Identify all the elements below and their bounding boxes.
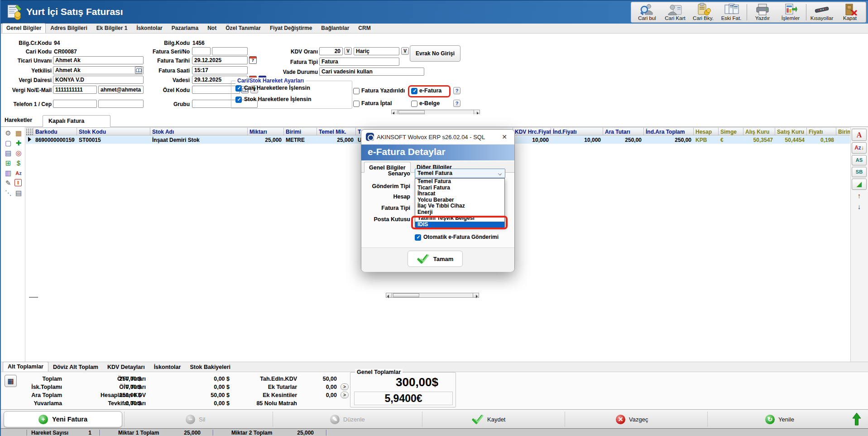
kdv-mode-select[interactable]: Hariç xyxy=(354,47,399,55)
scroll-right-icon[interactable] xyxy=(473,293,479,297)
column-header-stok-adi[interactable]: Stok Adı xyxy=(150,128,248,135)
tab-ek-bilgiler-1[interactable]: Ek Bilgiler 1 xyxy=(92,23,132,33)
toolbar-button-cari-kart[interactable]: Cari Kart xyxy=(661,3,689,22)
telefon-input[interactable] xyxy=(53,100,97,108)
fatura-no-input[interactable] xyxy=(212,47,248,55)
sort-az-icon[interactable]: Az xyxy=(14,169,23,177)
tab-iskontolar-alt[interactable]: İskontolar xyxy=(149,363,186,372)
stok-hareket-checkbox[interactable] xyxy=(235,97,242,103)
toolbar-button-cari-bky[interactable]: Cari Bky. xyxy=(689,3,717,22)
option-ticari-fatura[interactable]: Ticari Fatura xyxy=(415,185,504,191)
tab-iskontolar[interactable]: İskontolar xyxy=(132,23,167,33)
scroll-left-icon[interactable] xyxy=(386,293,392,297)
tab-not[interactable]: Not xyxy=(203,23,221,33)
move-down-button[interactable]: ↓ xyxy=(852,202,867,213)
vergi-dairesi-input[interactable]: KONYA V.D xyxy=(53,76,144,84)
cell-kdv-hrc-fiyat[interactable]: 10,000 xyxy=(513,136,551,144)
e-belge-help-button[interactable]: ? xyxy=(453,100,460,107)
vazgec-button[interactable]: ✕ Vazgeç xyxy=(616,413,648,425)
vade-durumu-select[interactable]: Cari vadesini kullan xyxy=(319,68,424,76)
column-header-barkodu[interactable]: Barkodu xyxy=(34,128,77,135)
fatura-tipi-select[interactable]: Fatura xyxy=(319,58,399,66)
scroll-right-icon[interactable] xyxy=(474,110,480,114)
tab-genel-bilgiler[interactable]: Genel Bilgiler xyxy=(2,23,46,33)
evrak-no-girisi-button[interactable]: Evrak No Girişi xyxy=(410,45,460,62)
pause-icon[interactable]: ‖ xyxy=(14,179,22,186)
fatura-yazdirildi-checkbox[interactable] xyxy=(353,88,360,94)
ek-tutarlar-more-button[interactable]: > xyxy=(340,383,349,390)
otomatik-gonderim-checkbox[interactable] xyxy=(415,234,421,241)
option-yatirim-tesvik[interactable]: Yatırım Teşvik Belgesi xyxy=(415,215,504,222)
e-belge-checkbox[interactable] xyxy=(411,101,417,107)
cell-ind-fiyati[interactable]: 10,000 xyxy=(551,136,603,144)
scrollbar-track[interactable] xyxy=(392,293,473,297)
cell-barkodu[interactable]: 8690000000159 xyxy=(34,136,77,144)
sb-button[interactable]: SB xyxy=(852,167,867,177)
cell-birim[interactable] xyxy=(836,136,850,144)
kdv-v-button[interactable]: V xyxy=(344,47,352,55)
column-header-birim[interactable]: Birim xyxy=(836,128,850,135)
toolbar-button-islemler[interactable]: İşlemler xyxy=(777,3,805,22)
tab-baglantilar[interactable]: Bağlantılar xyxy=(317,23,354,33)
dollar-icon[interactable]: $ xyxy=(14,159,23,167)
option-yolcu-beraber[interactable]: Yolcu Beraber xyxy=(415,197,504,203)
senaryo-select[interactable]: Temel Fatura xyxy=(415,169,505,178)
column-header-alis-kuru[interactable]: Alış Kuru xyxy=(743,128,775,135)
tab-ozel-tanimlar[interactable]: Özel Tanımlar xyxy=(221,23,265,33)
close-icon[interactable]: ✕ xyxy=(498,132,511,142)
option-ilac-tibbi-cihaz[interactable]: İlaç Ve Tıbbi Cihaz xyxy=(415,203,504,209)
tab-kdv-detaylari[interactable]: KDV Detayları xyxy=(103,363,149,372)
cell-stok-adi[interactable]: İnşaat Demiri Stok xyxy=(150,136,248,144)
add-document-icon[interactable]: ⊞ xyxy=(4,159,12,167)
column-header-stok-kodu[interactable]: Stok Kodu xyxy=(77,128,150,135)
option-enerji[interactable]: Enerji xyxy=(415,209,504,216)
as-button[interactable]: AS xyxy=(852,155,867,165)
e-fatura-help-button[interactable]: ? xyxy=(453,87,460,94)
ticari-unvani-input[interactable]: Ahmet Ak xyxy=(53,56,144,64)
cell-alis-kuru[interactable]: 50,3547 xyxy=(743,136,775,144)
toolbar-button-cari-bul[interactable]: Cari bul xyxy=(633,3,661,22)
column-header-ara-tutari[interactable]: Ara Tutarı xyxy=(603,128,644,135)
option-idis[interactable]: IDIS xyxy=(415,222,504,228)
column-header-temel-mik[interactable]: Temel Mik. xyxy=(317,128,356,135)
tab-fiyat-degistirme[interactable]: Fiyat Değiştirme xyxy=(265,23,317,33)
tab-adres-bilgileri[interactable]: Adres Bilgileri xyxy=(46,23,91,33)
scroll-left-icon[interactable] xyxy=(392,110,398,114)
fatura-iptal-checkbox[interactable] xyxy=(353,101,360,107)
column-header-birimi[interactable]: Birimi xyxy=(284,128,317,135)
column-header-ind-ara-toplam[interactable]: İnd.Ara Toplam xyxy=(644,128,694,135)
cell-birimi[interactable]: METRE xyxy=(284,136,317,144)
search-document-icon[interactable]: ◎ xyxy=(14,149,23,157)
chart-button[interactable]: ◢ xyxy=(852,179,867,190)
new-document-icon[interactable]: ▢ xyxy=(4,139,12,147)
toolbar-button-eski-fat[interactable]: Eski Fat. xyxy=(717,3,745,22)
cell-ind-ara-toplam[interactable]: 250,00 xyxy=(644,136,694,144)
add-icon[interactable]: ✚ xyxy=(14,139,23,147)
cell-simge[interactable]: € xyxy=(719,136,743,144)
fatura-tarihi-input[interactable]: 29.12.2025 xyxy=(192,56,248,64)
ek-kesintiler-more-button[interactable]: > xyxy=(340,392,349,398)
column-header-hesap[interactable]: Hesap xyxy=(694,128,719,135)
scroll-top-button[interactable] xyxy=(852,413,861,425)
vergi-no-input[interactable]: 1111111111 xyxy=(53,86,97,94)
kdv-mode-v-button[interactable]: V xyxy=(401,47,409,55)
gear-icon[interactable]: ⚙ xyxy=(4,129,12,137)
column-header-satis-kuru[interactable]: Satış Kuru xyxy=(775,128,807,135)
toolbar-button-kapat[interactable]: Kapat xyxy=(836,3,864,22)
yeni-fatura-button[interactable]: + Yeni Fatura xyxy=(4,411,122,427)
kdv-orani-input[interactable]: 20 xyxy=(319,47,343,55)
column-header-miktari[interactable]: Miktarı xyxy=(248,128,284,135)
font-a-button[interactable]: A xyxy=(852,129,867,141)
tab-kapali-fatura[interactable]: Kapalı Fatura xyxy=(43,115,110,127)
scrollbar-thumb[interactable] xyxy=(393,293,419,297)
sort-az-button[interactable]: Az↓ xyxy=(852,142,867,154)
scrollbar-track[interactable] xyxy=(398,110,474,114)
tab-crm[interactable]: CRM xyxy=(354,23,375,33)
kaydet-button[interactable]: Kaydet xyxy=(472,413,505,425)
column-header-fiyati[interactable]: Fiyatı xyxy=(807,128,836,135)
note-document-icon[interactable]: ▤ xyxy=(14,189,23,197)
tab-doviz-alt-toplam[interactable]: Döviz Alt Toplam xyxy=(48,363,103,372)
e-fatura-checkbox[interactable] xyxy=(411,88,417,94)
list-document-icon[interactable]: ▤ xyxy=(4,149,12,157)
splitter-grip[interactable] xyxy=(29,297,38,298)
